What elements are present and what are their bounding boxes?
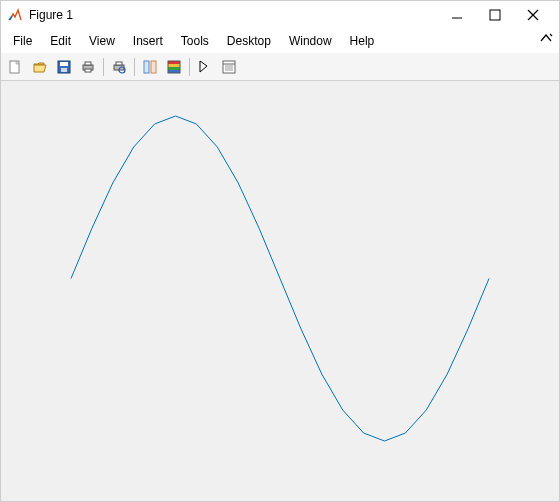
- edit-plot-icon[interactable]: [194, 56, 216, 78]
- window-controls: [447, 5, 553, 25]
- svg-rect-15: [151, 61, 156, 73]
- svg-rect-6: [60, 62, 68, 66]
- toolbar-separator: [103, 58, 104, 76]
- menu-file[interactable]: File: [5, 31, 40, 51]
- svg-rect-18: [168, 67, 180, 70]
- property-inspector-icon[interactable]: [218, 56, 240, 78]
- menu-insert[interactable]: Insert: [125, 31, 171, 51]
- toolbar-separator: [134, 58, 135, 76]
- svg-rect-21: [223, 61, 235, 73]
- open-icon[interactable]: [29, 56, 51, 78]
- maximize-button[interactable]: [485, 5, 505, 25]
- svg-rect-7: [61, 68, 67, 72]
- window-title: Figure 1: [29, 8, 73, 22]
- matlab-icon: [7, 7, 23, 23]
- menubar: File Edit View Insert Tools Desktop Wind…: [1, 29, 559, 53]
- plot-area[interactable]: [1, 81, 559, 501]
- save-icon[interactable]: [53, 56, 75, 78]
- print-icon[interactable]: [77, 56, 99, 78]
- dock-menu-icon[interactable]: [539, 31, 553, 48]
- toolbar-separator: [189, 58, 190, 76]
- menu-view[interactable]: View: [81, 31, 123, 51]
- svg-rect-9: [85, 62, 91, 65]
- menu-edit[interactable]: Edit: [42, 31, 79, 51]
- svg-rect-1: [490, 10, 500, 20]
- link-axes-icon[interactable]: [139, 56, 161, 78]
- svg-rect-10: [85, 69, 91, 72]
- plot-canvas: [1, 81, 559, 501]
- menu-desktop[interactable]: Desktop: [219, 31, 279, 51]
- svg-rect-14: [144, 61, 149, 73]
- sine-curve: [71, 116, 489, 441]
- close-button[interactable]: [523, 5, 543, 25]
- menu-help[interactable]: Help: [342, 31, 383, 51]
- svg-rect-12: [116, 62, 122, 65]
- print-preview-icon[interactable]: [108, 56, 130, 78]
- minimize-button[interactable]: [447, 5, 467, 25]
- insert-colorbar-icon[interactable]: [163, 56, 185, 78]
- titlebar: Figure 1: [1, 1, 559, 29]
- toolbar: [1, 53, 559, 81]
- new-figure-icon[interactable]: [5, 56, 27, 78]
- menu-tools[interactable]: Tools: [173, 31, 217, 51]
- svg-rect-17: [168, 64, 180, 67]
- menu-window[interactable]: Window: [281, 31, 340, 51]
